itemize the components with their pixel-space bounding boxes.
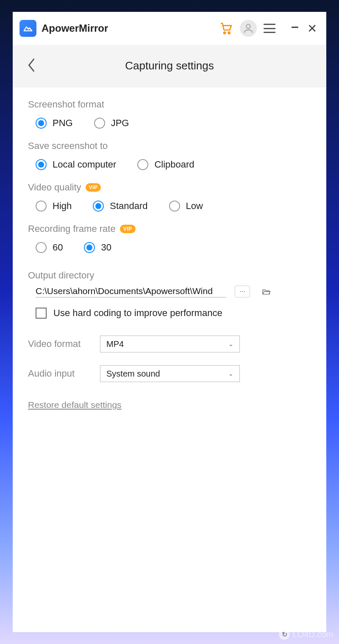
label-text: Recording frame rate [28,223,116,234]
video-quality-options: High Standard Low [36,201,311,212]
browse-button[interactable]: ··· [235,286,250,297]
radio-standard[interactable]: Standard [93,201,147,212]
radio-label: High [53,201,72,212]
radio-label: PNG [53,118,73,129]
radio-local-computer[interactable]: Local computer [36,159,116,170]
radio-label: Standard [110,201,147,212]
checkbox-icon [36,308,47,319]
watermark: ↻ LO4D.com [279,629,333,640]
radio-icon [169,201,180,212]
radio-label: 30 [101,242,111,253]
radio-label: 60 [53,242,63,253]
audio-input-select[interactable]: System sound ⌄ [100,365,240,382]
radio-icon [93,201,104,212]
svg-point-0 [224,32,225,34]
video-quality-label: Video quality VIP [28,182,311,193]
vip-badge: VIP [86,183,101,192]
page-header: Capturing settings [13,45,326,87]
radio-jpg[interactable]: JPG [94,118,129,129]
audio-input-label: Audio input [28,368,100,379]
screenshot-format-label: Screenshot format [28,99,311,110]
radio-icon [137,159,148,170]
user-avatar-icon[interactable] [240,20,257,37]
open-folder-icon[interactable] [258,286,274,297]
radio-icon [84,242,95,253]
svg-point-1 [228,32,230,34]
minimize-button[interactable]: – [289,23,301,29]
radio-30[interactable]: 30 [84,242,111,253]
chevron-down-icon: ⌄ [228,370,233,377]
titlebar: ApowerMirror – ✕ [13,12,326,45]
page-title: Capturing settings [13,59,326,72]
radio-label: Low [186,201,203,212]
radio-icon [36,118,47,129]
back-button[interactable] [27,58,36,74]
audio-input-row: Audio input System sound ⌄ [28,365,311,382]
label-text: Video quality [28,182,81,193]
radio-label: JPG [111,118,129,129]
radio-low[interactable]: Low [169,201,203,212]
radio-high[interactable]: High [36,201,72,212]
app-name: ApowerMirror [42,22,220,34]
app-window: ApowerMirror – ✕ Capturing settings Scre… [13,12,326,632]
output-dir-label: Output directory [28,270,311,281]
frame-rate-options: 60 30 [36,242,311,253]
radio-png[interactable]: PNG [36,118,73,129]
watermark-text: LO4D.com [292,630,333,639]
video-format-row: Video format MP4 ⌄ [28,336,311,352]
settings-content: Screenshot format PNG JPG Save screensho… [13,87,326,422]
radio-clipboard[interactable]: Clipboard [137,159,194,170]
screenshot-format-options: PNG JPG [36,118,311,129]
video-format-label: Video format [28,339,100,350]
save-to-label: Save screenshot to [28,140,311,151]
select-value: System sound [106,369,160,379]
radio-label: Clipboard [154,159,194,170]
radio-60[interactable]: 60 [36,242,63,253]
radio-label: Local computer [53,159,116,170]
output-dir-input[interactable]: C:\Users\ahorn\Documents\Apowersoft\Wind [36,285,226,297]
hamburger-menu-icon[interactable] [264,24,275,33]
vip-badge: VIP [120,225,136,233]
restore-defaults-link[interactable]: Restore default settings [28,400,122,410]
watermark-icon: ↻ [279,629,290,640]
cart-icon[interactable] [220,22,233,35]
hard-coding-checkbox-row[interactable]: Use hard coding to improve performance [36,308,311,319]
output-dir-row: C:\Users\ahorn\Documents\Apowersoft\Wind… [36,285,311,297]
checkbox-label: Use hard coding to improve performance [53,308,222,319]
save-to-options: Local computer Clipboard [36,159,311,170]
select-value: MP4 [106,339,124,349]
radio-icon [36,242,47,253]
frame-rate-label: Recording frame rate VIP [28,223,311,234]
video-format-select[interactable]: MP4 ⌄ [100,336,240,352]
app-logo-icon [19,20,36,37]
close-button[interactable]: ✕ [306,22,318,36]
chevron-down-icon: ⌄ [228,341,233,347]
radio-icon [94,118,105,129]
svg-point-2 [246,25,250,28]
radio-icon [36,201,47,212]
radio-icon [36,159,47,170]
